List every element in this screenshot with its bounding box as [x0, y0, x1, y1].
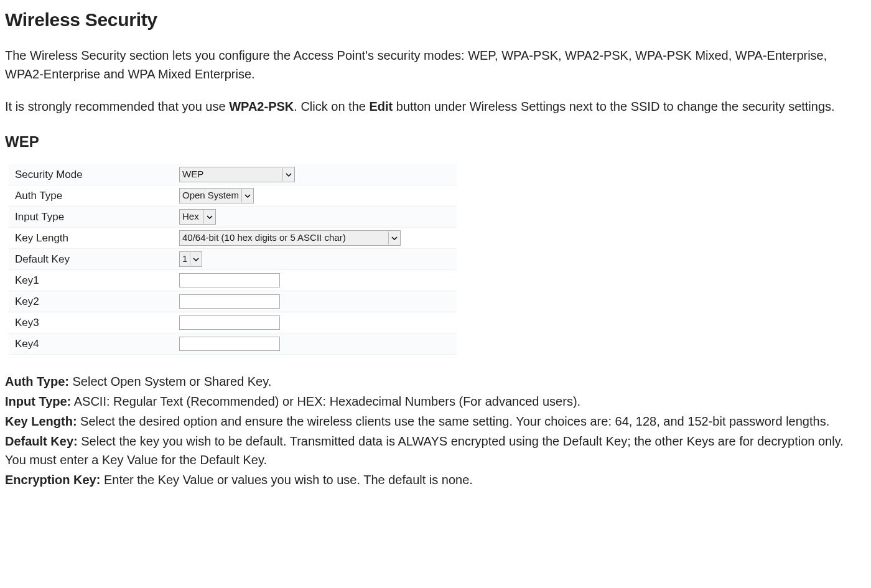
def-key-length: Key Length: Select the desired option an… [5, 412, 866, 431]
auth-type-select[interactable]: Open System [179, 188, 254, 203]
key3-input[interactable] [179, 315, 280, 330]
def-default-key-label: Default Key: [5, 434, 78, 448]
row-key4: Key4 [9, 334, 457, 355]
intro-paragraph-1: The Wireless Security section lets you c… [5, 46, 866, 83]
label-security-mode: Security Mode [15, 167, 179, 183]
chevron-down-icon [282, 168, 294, 181]
intro-bold-wpa2psk: WPA2-PSK [229, 100, 294, 113]
label-input-type: Input Type [15, 209, 179, 225]
def-input-type-label: Input Type: [5, 394, 71, 408]
key-length-select[interactable]: 40/64-bit (10 hex digits or 5 ASCII char… [179, 230, 401, 246]
row-key2: Key2 [9, 291, 457, 312]
row-input-type: Input Type Hex [9, 207, 457, 228]
input-type-value: Hex [182, 210, 203, 224]
label-default-key: Default Key [15, 251, 179, 268]
wep-settings-panel: Security Mode WEP Auth Type Open System … [9, 164, 457, 355]
label-key2: Key2 [15, 294, 179, 310]
key-length-value: 40/64-bit (10 hex digits or 5 ASCII char… [182, 231, 388, 245]
wep-heading: WEP [5, 131, 866, 153]
key2-input[interactable] [179, 294, 280, 309]
def-input-type-text: ASCII: Regular Text (Recommended) or HEX… [71, 394, 580, 408]
page-title: Wireless Security [5, 6, 866, 34]
intro-text-b: . Click on the [294, 100, 369, 113]
label-key4: Key4 [15, 336, 179, 352]
def-input-type: Input Type: ASCII: Regular Text (Recomme… [5, 392, 866, 411]
def-encryption-key-text: Enter the Key Value or values you wish t… [100, 473, 473, 487]
def-default-key: Default Key: Select the key you wish to … [5, 432, 866, 469]
intro-text-a: It is strongly recommended that you use [5, 100, 229, 113]
def-default-key-text: Select the key you wish to be default. T… [5, 434, 844, 467]
intro-text-c: button under Wireless Settings next to t… [393, 100, 834, 113]
definitions: Auth Type: Select Open System or Shared … [5, 372, 866, 489]
def-auth-type: Auth Type: Select Open System or Shared … [5, 372, 866, 391]
row-default-key: Default Key 1 [9, 249, 457, 270]
def-key-length-text: Select the desired option and ensure the… [77, 414, 830, 428]
label-key3: Key3 [15, 315, 179, 331]
row-key1: Key1 [9, 270, 457, 291]
security-mode-select[interactable]: WEP [179, 167, 295, 182]
label-key1: Key1 [15, 273, 179, 289]
intro-bold-edit: Edit [369, 100, 393, 113]
chevron-down-icon [203, 210, 215, 223]
intro-paragraph-2: It is strongly recommended that you use … [5, 97, 866, 116]
row-auth-type: Auth Type Open System [9, 185, 457, 207]
security-mode-value: WEP [182, 167, 282, 182]
def-auth-type-label: Auth Type: [5, 375, 69, 388]
row-key3: Key3 [9, 312, 457, 334]
input-type-select[interactable]: Hex [179, 209, 216, 225]
def-auth-type-text: Select Open System or Shared Key. [69, 375, 271, 388]
chevron-down-icon [388, 231, 400, 245]
auth-type-value: Open System [182, 189, 241, 203]
default-key-value: 1 [182, 252, 190, 266]
chevron-down-icon [190, 253, 202, 266]
chevron-down-icon [241, 189, 253, 202]
def-encryption-key-label: Encryption Key: [5, 473, 100, 487]
def-encryption-key: Encryption Key: Enter the Key Value or v… [5, 470, 866, 489]
def-key-length-label: Key Length: [5, 414, 77, 428]
row-security-mode: Security Mode WEP [9, 164, 457, 185]
key4-input[interactable] [179, 337, 280, 351]
label-key-length: Key Length [15, 230, 179, 246]
key1-input[interactable] [179, 273, 280, 287]
row-key-length: Key Length 40/64-bit (10 hex digits or 5… [9, 228, 457, 249]
default-key-select[interactable]: 1 [179, 251, 202, 267]
label-auth-type: Auth Type [15, 188, 179, 204]
